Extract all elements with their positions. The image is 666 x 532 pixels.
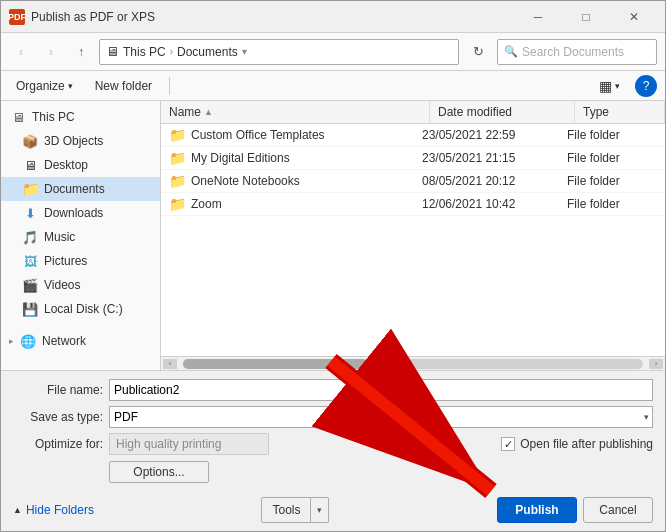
sidebar-label-documents: Documents: [44, 182, 105, 196]
cancel-button[interactable]: Cancel: [583, 497, 653, 523]
music-icon: 🎵: [21, 228, 39, 246]
view-icon: ▦: [599, 78, 612, 94]
bottom-buttons-bar: ▲ Hide Folders Tools ▾ Publish Cancel: [1, 491, 665, 531]
sidebar-label-pictures: Pictures: [44, 254, 87, 268]
column-header-type[interactable]: Type: [575, 101, 665, 123]
sidebar-item-pictures[interactable]: 🖼 Pictures: [1, 249, 160, 273]
network-expand-icon: ▸: [9, 336, 14, 346]
savetype-select[interactable]: PDF XPS Document: [109, 406, 653, 428]
file-name-cell: 📁 Custom Office Templates: [169, 127, 422, 143]
pictures-icon: 🖼: [21, 252, 39, 270]
sidebar-label-downloads: Downloads: [44, 206, 103, 220]
publish-button[interactable]: Publish: [497, 497, 577, 523]
open-after-checkbox[interactable]: ✓: [501, 437, 515, 451]
sidebar-item-3d-objects[interactable]: 📦 3D Objects: [1, 129, 160, 153]
3d-objects-icon: 📦: [21, 132, 39, 150]
refresh-button[interactable]: ↻: [465, 39, 491, 65]
column-header-name[interactable]: Name ▲: [161, 101, 430, 123]
file-date-cell: 23/05/2021 22:59: [422, 128, 567, 142]
horizontal-scrollbar[interactable]: ‹ ›: [161, 356, 665, 370]
help-button[interactable]: ?: [635, 75, 657, 97]
savetype-row: Save as type: PDF XPS Document ▾: [13, 406, 653, 428]
open-after-label: Open file after publishing: [520, 437, 653, 451]
documents-icon: 📁: [21, 180, 39, 198]
bottom-form-area: File name: Save as type: PDF XPS Documen…: [1, 370, 665, 491]
organize-button[interactable]: Organize ▾: [9, 75, 80, 97]
network-icon: 🌐: [19, 332, 37, 350]
search-box[interactable]: 🔍 Search Documents: [497, 39, 657, 65]
column-name-label: Name: [169, 105, 201, 119]
sidebar-item-music[interactable]: 🎵 Music: [1, 225, 160, 249]
options-button[interactable]: Options...: [109, 461, 209, 483]
up-button[interactable]: ↑: [69, 40, 93, 64]
file-name-cell: 📁 Zoom: [169, 196, 422, 212]
file-list-container: Name ▲ Date modified Type 📁 Custom Offic…: [161, 101, 665, 370]
file-name-cell: 📁 My Digital Editions: [169, 150, 422, 166]
title-bar-controls: ─ □ ✕: [515, 5, 657, 29]
sidebar-item-this-pc[interactable]: 🖥 This PC: [1, 105, 160, 129]
file-type-cell: File folder: [567, 174, 657, 188]
main-window: PDF Publish as PDF or XPS ─ □ ✕ ‹ › ↑ 🖥 …: [0, 0, 666, 532]
breadcrumb-end-arrow: ▾: [242, 46, 247, 57]
tools-group: Tools ▾: [261, 497, 329, 523]
table-row[interactable]: 📁 Zoom 12/06/2021 10:42 File folder: [161, 193, 665, 216]
column-type-label: Type: [583, 105, 609, 119]
file-name-cell: 📁 OneNote Notebooks: [169, 173, 422, 189]
new-folder-label: New folder: [95, 79, 152, 93]
sidebar-item-desktop[interactable]: 🖥 Desktop: [1, 153, 160, 177]
sort-arrow-icon: ▲: [204, 107, 213, 117]
open-after-publish-row: ✓ Open file after publishing: [501, 437, 653, 451]
sidebar-label-3d-objects: 3D Objects: [44, 134, 103, 148]
maximize-button[interactable]: □: [563, 5, 609, 29]
filename-input[interactable]: [109, 379, 653, 401]
minimize-button[interactable]: ─: [515, 5, 561, 29]
savetype-label: Save as type:: [13, 410, 103, 424]
sidebar-item-videos[interactable]: 🎬 Videos: [1, 273, 160, 297]
close-button[interactable]: ✕: [611, 5, 657, 29]
window-title: Publish as PDF or XPS: [31, 10, 155, 24]
table-row[interactable]: 📁 OneNote Notebooks 08/05/2021 20:12 Fil…: [161, 170, 665, 193]
sidebar-item-downloads[interactable]: ⬇ Downloads: [1, 201, 160, 225]
new-folder-button[interactable]: New folder: [88, 75, 159, 97]
desktop-icon: 🖥: [21, 156, 39, 174]
videos-icon: 🎬: [21, 276, 39, 294]
sidebar-label-music: Music: [44, 230, 75, 244]
file-date-cell: 12/06/2021 10:42: [422, 197, 567, 211]
toolbar: Organize ▾ New folder ▦ ▾ ?: [1, 71, 665, 101]
this-pc-icon: 🖥: [9, 108, 27, 126]
forward-button[interactable]: ›: [39, 40, 63, 64]
help-icon: ?: [643, 79, 650, 93]
scroll-thumb[interactable]: [183, 359, 367, 369]
view-button[interactable]: ▦ ▾: [592, 75, 627, 97]
toolbar-separator: [169, 77, 170, 95]
file-type-cell: File folder: [567, 151, 657, 165]
tools-button[interactable]: Tools: [261, 497, 311, 523]
column-header-date[interactable]: Date modified: [430, 101, 575, 123]
hide-folders-label[interactable]: Hide Folders: [26, 503, 94, 517]
sidebar-label-network: Network: [42, 334, 86, 348]
sidebar-item-local-disk[interactable]: 💾 Local Disk (C:): [1, 297, 160, 321]
downloads-icon: ⬇: [21, 204, 39, 222]
local-disk-icon: 💾: [21, 300, 39, 318]
filename-row: File name:: [13, 379, 653, 401]
sidebar-label-this-pc: This PC: [32, 110, 75, 124]
file-date-cell: 08/05/2021 20:12: [422, 174, 567, 188]
sidebar-item-documents[interactable]: 📁 Documents: [1, 177, 160, 201]
breadcrumb-documents: Documents: [177, 45, 238, 59]
hide-folders-area: ▲ Hide Folders: [13, 503, 94, 517]
table-row[interactable]: 📁 Custom Office Templates 23/05/2021 22:…: [161, 124, 665, 147]
table-row[interactable]: 📁 My Digital Editions 23/05/2021 21:15 F…: [161, 147, 665, 170]
tools-dropdown-button[interactable]: ▾: [311, 497, 329, 523]
breadcrumb-this-pc: This PC: [123, 45, 166, 59]
app-icon: PDF: [9, 9, 25, 25]
folder-icon-3: 📁: [169, 196, 186, 212]
back-button[interactable]: ‹: [9, 40, 33, 64]
folder-icon-1: 📁: [169, 150, 186, 166]
scroll-track[interactable]: [183, 359, 643, 369]
breadcrumb[interactable]: 🖥 This PC › Documents ▾: [99, 39, 459, 65]
breadcrumb-separator: ›: [170, 46, 173, 57]
title-bar-left: PDF Publish as PDF or XPS: [9, 9, 155, 25]
sidebar-item-network[interactable]: ▸ 🌐 Network: [1, 329, 160, 353]
optimize-value: High quality printing: [109, 433, 269, 455]
file-list: 📁 Custom Office Templates 23/05/2021 22:…: [161, 124, 665, 356]
